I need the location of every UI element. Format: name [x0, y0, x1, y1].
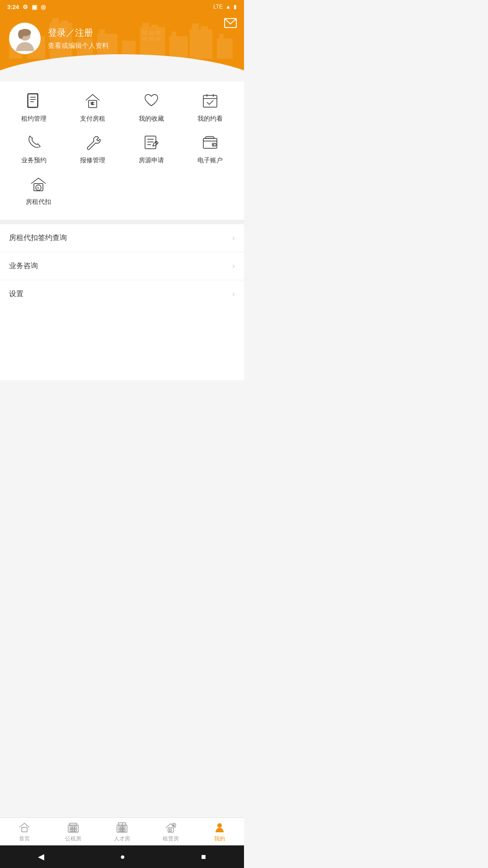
rent-deduct-query-item[interactable]: 房租代扣签约查询 ›: [0, 224, 244, 252]
settings-arrow: ›: [232, 289, 235, 299]
lease-manage-label: 租约管理: [21, 115, 47, 123]
calendar-check-icon: [199, 90, 221, 111]
signal-icon: ▲: [225, 4, 231, 10]
business-consult-item[interactable]: 业务咨询 ›: [0, 252, 244, 280]
my-appointment-label: 我的约看: [197, 115, 223, 123]
svg-rect-7: [52, 18, 59, 23]
login-label: 登录／注册: [48, 27, 109, 39]
avatar-svg: [13, 26, 38, 51]
section-divider: [0, 220, 244, 224]
grid-row-3: ¥ 房租代扣: [5, 174, 239, 206]
profile-row[interactable]: 登录／注册 查看或编辑个人资料: [9, 23, 235, 54]
wrench-icon: [81, 132, 104, 153]
avatar[interactable]: [9, 23, 41, 54]
repair-manage-item[interactable]: 报修管理: [68, 132, 117, 165]
svg-rect-50: [203, 95, 217, 107]
pay-rent-item[interactable]: ¥ 支付房租: [68, 90, 117, 123]
battery-icon: ▮: [234, 4, 237, 10]
edit-label: 查看或编辑个人资料: [48, 42, 109, 50]
heart-icon: [140, 90, 163, 111]
grid-row-1: 租约管理 ¥ 支付房租 我的收藏: [5, 90, 239, 123]
pay-rent-label: 支付房租: [80, 115, 105, 123]
svg-point-37: [16, 42, 34, 51]
status-bar-right: LTE ▲ ▮: [213, 4, 237, 10]
svg-rect-44: [28, 94, 38, 108]
svg-text:¥: ¥: [37, 186, 39, 190]
lease-manage-item[interactable]: 租约管理: [9, 90, 59, 123]
e-account-label: 电子账户: [197, 156, 223, 165]
list-section: 房租代扣签约查询 › 业务咨询 › 设置 ›: [0, 224, 244, 308]
document-icon: [23, 90, 45, 111]
my-appointment-item[interactable]: 我的约看: [185, 90, 235, 123]
repair-manage-label: 报修管理: [80, 156, 105, 165]
svg-point-39: [18, 30, 23, 39]
wallet-icon: [199, 132, 221, 153]
settings-item[interactable]: 设置 ›: [0, 280, 244, 308]
grid-row-2: 业务预约 报修管理 房源申请: [5, 132, 239, 165]
form-edit-icon: [140, 132, 163, 153]
empty-space: [0, 308, 244, 380]
business-consult-arrow: ›: [232, 261, 235, 271]
svg-rect-40: [28, 94, 38, 107]
house-apply-label: 房源申请: [139, 156, 164, 165]
status-bar-left: 3:24 ⚙ ▣ ◎: [7, 4, 46, 10]
status-bar: 3:24 ⚙ ▣ ◎ LTE ▲ ▮: [0, 0, 244, 14]
settings-icon: ⚙: [23, 4, 28, 10]
notification-icon: ◎: [41, 4, 46, 10]
rent-deduct-query-label: 房租代扣签约查询: [9, 233, 67, 243]
phone-icon: [23, 132, 45, 153]
business-appt-item[interactable]: 业务预约: [9, 132, 59, 165]
business-consult-label: 业务咨询: [9, 261, 38, 271]
my-favorites-item[interactable]: 我的收藏: [127, 90, 176, 123]
business-appt-label: 业务预约: [21, 156, 47, 165]
house-apply-item[interactable]: 房源申请: [127, 132, 176, 165]
settings-label: 设置: [9, 289, 23, 299]
lte-label: LTE: [213, 4, 223, 10]
svg-text:¥: ¥: [90, 101, 93, 105]
svg-rect-54: [145, 136, 156, 149]
svg-point-61: [213, 144, 215, 146]
rent-deduct-item[interactable]: ¥ 房租代扣: [14, 174, 63, 206]
house-yen-icon: ¥: [81, 90, 104, 111]
sim-icon: ▣: [32, 4, 37, 10]
grid-section: 租约管理 ¥ 支付房租 我的收藏: [0, 81, 244, 220]
time-display: 3:24: [7, 4, 19, 10]
e-account-item[interactable]: 电子账户: [185, 132, 235, 165]
my-favorites-label: 我的收藏: [139, 115, 164, 123]
house-coin-icon: ¥: [27, 174, 50, 194]
header-banner: 登录／注册 查看或编辑个人资料: [0, 14, 244, 77]
profile-text: 登录／注册 查看或编辑个人资料: [48, 27, 109, 50]
rent-deduct-label: 房租代扣: [26, 198, 51, 206]
rent-deduct-query-arrow: ›: [232, 233, 235, 243]
